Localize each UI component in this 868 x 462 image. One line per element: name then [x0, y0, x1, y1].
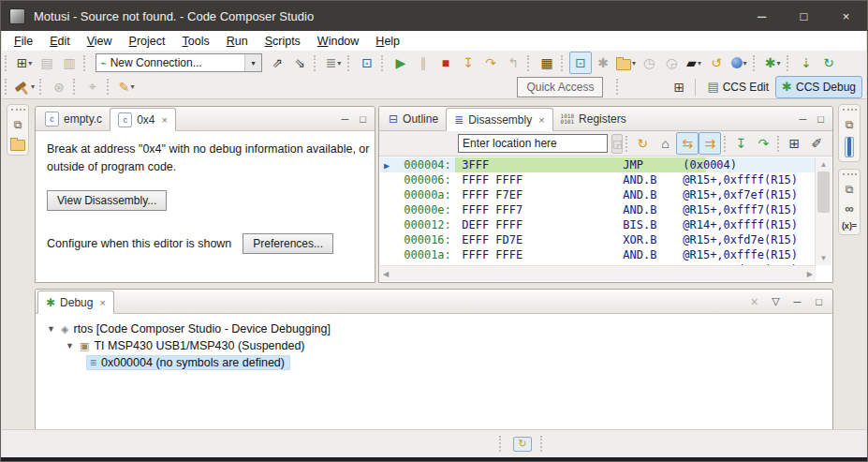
- restore-snapshot-button[interactable]: ◷: [638, 52, 660, 74]
- view-menu-icon[interactable]: ▽: [768, 293, 784, 309]
- flash-programmer-button[interactable]: ✎▾: [115, 76, 138, 98]
- load-program-button[interactable]: ▾: [614, 52, 638, 74]
- window-minimize-button[interactable]: ─: [741, 1, 783, 31]
- close-icon[interactable]: ×: [161, 114, 167, 126]
- tab-registers[interactable]: 10100101 Registers: [553, 107, 634, 130]
- remove-terminated-icon[interactable]: ×: [746, 293, 762, 309]
- tree-item-device[interactable]: ▼ ▣ TI MSP430 USB1/MSP430 (Suspended): [66, 337, 832, 354]
- scroll-left-icon[interactable]: ◀: [383, 270, 389, 278]
- flash-button[interactable]: ▰▾: [683, 52, 705, 74]
- cpu-reset-button[interactable]: ↺: [705, 52, 728, 74]
- disassembly-row[interactable]: ▶ 000004:3FFFJMP(0x0004): [380, 157, 816, 172]
- connect-a-button[interactable]: ⇗: [266, 52, 288, 74]
- disassembly-row[interactable]: 000012:DEFF FFFFBIS.B@R14+,0xffff(R15): [380, 217, 816, 232]
- minimize-pane-button[interactable]: ─: [337, 111, 353, 127]
- resume-button[interactable]: ▶: [390, 52, 412, 74]
- console-view-button[interactable]: [845, 137, 854, 157]
- tree-item-frame[interactable]: ≡ 0x000004 (no symbols are defined): [86, 354, 832, 371]
- launch-config-button[interactable]: ≣▾: [322, 52, 345, 74]
- preferences-button[interactable]: Preferences...: [243, 233, 333, 254]
- memory-browser-button[interactable]: ▦: [536, 52, 558, 74]
- window-maximize-button[interactable]: □: [783, 1, 825, 31]
- connect-target-button[interactable]: ⊡: [569, 52, 592, 74]
- menu-item[interactable]: Project: [121, 33, 174, 50]
- new-view-button[interactable]: ⊞: [783, 132, 805, 155]
- save-snapshot-button[interactable]: ◶: [660, 52, 683, 74]
- toolbar-grip[interactable]: [347, 55, 352, 71]
- toolbar-grip[interactable]: [73, 79, 78, 95]
- toolbar-grip[interactable]: [724, 136, 726, 152]
- restore-view-icon[interactable]: ⧉: [846, 183, 854, 196]
- open-perspective-button[interactable]: ⊞: [668, 76, 690, 98]
- step-into-button[interactable]: ↧: [457, 52, 479, 74]
- menu-item[interactable]: Edit: [41, 33, 79, 50]
- minimize-pane-button[interactable]: ─: [795, 111, 811, 127]
- disassembly-row[interactable]: 00000e:FFFF FFF7AND.B@R15+,0xfff7(R15): [380, 202, 816, 217]
- drag-handle[interactable]: [11, 109, 25, 112]
- vertical-scrollbar[interactable]: ▲ ▼: [815, 157, 831, 265]
- location-input[interactable]: [458, 134, 608, 153]
- disassembly-row[interactable]: 00000a:FFFF F7EFAND.B@R15+,0xf7ef(R15): [380, 187, 816, 202]
- disassembly-row[interactable]: 000006:FFFF FFFFAND.B@R15+,0xffff(R15): [380, 172, 816, 187]
- menu-item[interactable]: Window: [309, 33, 367, 50]
- trace-into-button[interactable]: ⇣: [795, 52, 817, 74]
- close-icon[interactable]: ×: [99, 297, 105, 308]
- toolbar-grip[interactable]: [540, 436, 545, 452]
- tree-item-session[interactable]: ▼ ◈ rtos [Code Composer Studio - Device …: [47, 320, 832, 337]
- refresh-cores-button[interactable]: ▾: [728, 52, 750, 74]
- view-menu-button[interactable]: ▾: [828, 132, 833, 155]
- source-lookup-button[interactable]: ✱: [592, 52, 614, 74]
- toolbar-grip[interactable]: [39, 79, 44, 95]
- minimize-pane-button[interactable]: ─: [789, 293, 805, 309]
- menu-item[interactable]: Tools: [174, 33, 218, 50]
- perspective-ccs-debug[interactable]: ✱CCS Debug: [775, 76, 862, 98]
- menu-item[interactable]: View: [79, 33, 121, 50]
- disassembly-row[interactable]: 000016:EFFF FD7EXOR.B@R15+,0xfd7e(R15): [380, 232, 816, 247]
- new-connection-combo[interactable]: ⌁ New Connection... ▾: [96, 53, 262, 72]
- view-disassembly-button[interactable]: View Disassembly...: [47, 190, 167, 211]
- perspective-ccs-edit[interactable]: ▤CCS Edit: [700, 76, 775, 98]
- copy-location-button[interactable]: ◲: [611, 134, 623, 154]
- tab-disassembly[interactable]: ≣ Disassembly ×: [446, 108, 553, 131]
- toolbar-grip[interactable]: [314, 55, 318, 71]
- maximize-pane-button[interactable]: □: [811, 293, 827, 309]
- expand-icon[interactable]: ▼: [47, 324, 56, 334]
- toolbar-grip[interactable]: [527, 55, 532, 71]
- combo-arrow-icon[interactable]: ▾: [244, 54, 261, 71]
- menu-item[interactable]: File: [6, 33, 41, 50]
- tab-0x4[interactable]: c 0x4 ×: [110, 108, 176, 131]
- build-button[interactable]: ▾: [13, 76, 37, 98]
- menu-item[interactable]: Help: [367, 33, 408, 50]
- toolbar-grip[interactable]: [499, 436, 504, 452]
- suspend-button[interactable]: ∥: [412, 52, 434, 74]
- asm-step-over-button[interactable]: ↷: [752, 132, 774, 155]
- asm-step-into-button[interactable]: ↧: [729, 132, 752, 155]
- toolbar-grip[interactable]: [5, 79, 9, 95]
- toolbar-grip[interactable]: [753, 55, 758, 71]
- step-return-button[interactable]: ↰: [502, 52, 524, 74]
- toolbar-grip[interactable]: [381, 55, 386, 71]
- home-button[interactable]: ⌂: [654, 132, 676, 155]
- restore-view-icon[interactable]: ⧉: [14, 118, 22, 131]
- trace-resume-button[interactable]: ↻: [817, 52, 840, 74]
- connect-b-button[interactable]: ⇘: [288, 52, 311, 74]
- console-button[interactable]: ⊡: [356, 52, 378, 74]
- close-icon[interactable]: ×: [538, 114, 544, 126]
- tab-empty-c[interactable]: c empty.c: [37, 107, 110, 130]
- maximize-pane-button[interactable]: □: [355, 111, 371, 127]
- link-debug-context-button[interactable]: ⇆: [676, 132, 699, 155]
- scroll-down-icon[interactable]: ▼: [816, 254, 831, 262]
- tab-debug[interactable]: ✱ Debug ×: [37, 291, 114, 314]
- scroll-up-icon[interactable]: ▲: [816, 160, 831, 169]
- quick-access-button[interactable]: Quick Access: [517, 77, 603, 97]
- pin-view-button[interactable]: ✐: [805, 132, 828, 155]
- project-explorer-icon[interactable]: [10, 140, 25, 151]
- save-all-button[interactable]: ▥: [58, 52, 81, 74]
- terminate-button[interactable]: ■: [434, 52, 457, 74]
- toolbar-grip[interactable]: [5, 55, 9, 71]
- horizontal-scrollbar[interactable]: ◀ ▶: [380, 265, 816, 281]
- restore-view-icon[interactable]: ⧉: [846, 118, 854, 131]
- variables-icon[interactable]: (x)=: [842, 221, 857, 231]
- maximize-pane-button[interactable]: □: [813, 111, 829, 127]
- toolbar-grip[interactable]: [561, 55, 566, 71]
